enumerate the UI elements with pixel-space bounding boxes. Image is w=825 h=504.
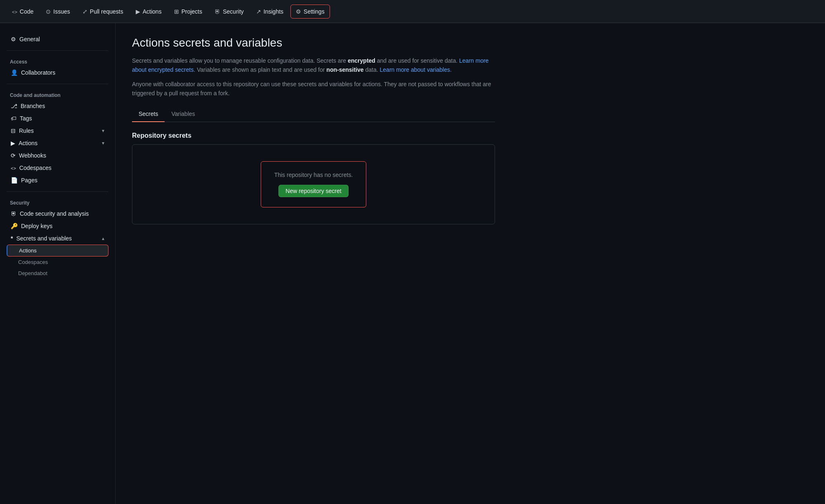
sidebar-general-label: General — [19, 36, 40, 42]
asterisk-icon — [11, 235, 13, 242]
sidebar-access-section: Access — [7, 56, 108, 66]
insights-icon — [256, 8, 261, 15]
main-content: Actions secrets and variables Secrets an… — [116, 23, 512, 504]
sidebar-item-webhooks[interactable]: Webhooks — [7, 149, 108, 162]
sidebar-item-tags[interactable]: Tags — [7, 112, 108, 125]
chevron-down-icon-2: ▾ — [102, 140, 104, 146]
nav-settings[interactable]: Settings — [290, 5, 330, 19]
actions-icon — [136, 8, 140, 15]
sidebar-code-security-label: Code security and analysis — [20, 210, 89, 217]
sidebar-secrets-variables-label: Secrets and variables — [16, 235, 72, 242]
sidebar-divider-3 — [7, 191, 108, 192]
sidebar-item-codespaces[interactable]: Codespaces — [7, 162, 108, 174]
description-paragraph-2: Anyone with collaborator access to this … — [132, 80, 495, 98]
sidebar-deploy-keys-label: Deploy keys — [21, 223, 52, 229]
sidebar-item-secrets-variables[interactable]: Secrets and variables ▴ — [7, 232, 108, 245]
desc1-part2: and are used for sensitive data. — [375, 57, 459, 64]
desc1-part4: data. — [364, 66, 380, 73]
nav-insights-label: Insights — [264, 8, 283, 15]
tab-variables-label: Variables — [171, 111, 195, 117]
tab-secrets[interactable]: Secrets — [132, 106, 165, 122]
nav-pull-requests[interactable]: Pull requests — [77, 5, 129, 19]
top-navigation: Code Issues Pull requests Actions Projec… — [0, 0, 825, 23]
desc1-part3: . Variables are shown as plain text and … — [193, 66, 326, 73]
sidebar-webhooks-label: Webhooks — [19, 152, 46, 159]
code-icon — [12, 8, 17, 15]
nav-insights[interactable]: Insights — [251, 5, 289, 19]
desc1-bold1: encrypted — [348, 57, 375, 64]
desc1-bold2: non-sensitive — [326, 66, 363, 73]
sidebar: General Access Collaborators Code and au… — [0, 23, 116, 504]
security-icon — [214, 8, 220, 15]
nav-pull-requests-label: Pull requests — [90, 8, 123, 15]
desc1-part5: . — [450, 66, 452, 73]
key-icon — [11, 223, 18, 229]
sidebar-security-section: Security — [7, 197, 108, 207]
sidebar-item-general[interactable]: General — [7, 33, 108, 45]
person-icon — [11, 69, 18, 76]
sidebar-item-branches[interactable]: Branches — [7, 100, 108, 112]
sidebar-sub-item-codespaces[interactable]: Codespaces — [7, 257, 108, 268]
nav-actions[interactable]: Actions — [130, 5, 167, 19]
sidebar-divider-2 — [7, 84, 108, 84]
sidebar-tags-label: Tags — [20, 115, 32, 122]
nav-actions-label: Actions — [143, 8, 162, 15]
sidebar-divider-1 — [7, 50, 108, 51]
sidebar-collaborators-label: Collaborators — [21, 69, 55, 76]
shield-icon-2 — [11, 210, 16, 217]
webhook-icon — [11, 152, 16, 159]
sidebar-item-rules[interactable]: Rules ▾ — [7, 125, 108, 137]
sidebar-item-pages[interactable]: Pages — [7, 174, 108, 186]
chevron-up-icon: ▴ — [102, 236, 104, 241]
gear-icon — [11, 36, 16, 42]
nav-settings-label: Settings — [304, 8, 325, 15]
projects-icon — [174, 8, 179, 15]
sidebar-branches-label: Branches — [21, 103, 45, 109]
issues-icon — [46, 8, 51, 15]
nav-security-label: Security — [223, 8, 244, 15]
tab-secrets-label: Secrets — [139, 111, 158, 117]
description-paragraph-1: Secrets and variables allow you to manag… — [132, 56, 495, 75]
secrets-box: This repository has no secrets. New repo… — [132, 144, 495, 224]
nav-security[interactable]: Security — [209, 5, 249, 19]
sidebar-item-code-security[interactable]: Code security and analysis — [7, 207, 108, 220]
pages-icon — [11, 177, 18, 184]
page-layout: General Access Collaborators Code and au… — [0, 23, 825, 504]
tag-icon — [11, 115, 16, 122]
repository-secrets-title: Repository secrets — [132, 132, 495, 139]
settings-icon — [296, 8, 301, 15]
sidebar-sub-dependabot-label: Dependabot — [18, 270, 47, 276]
sidebar-sub-actions-label: Actions — [19, 247, 37, 254]
tab-variables[interactable]: Variables — [165, 106, 201, 122]
sidebar-pages-label: Pages — [21, 177, 38, 184]
nav-issues-label: Issues — [53, 8, 70, 15]
no-secrets-inner: This repository has no secrets. New repo… — [261, 161, 367, 207]
rule-icon — [11, 127, 16, 134]
sidebar-actions-label: Actions — [19, 140, 38, 146]
nav-code[interactable]: Code — [7, 5, 39, 19]
nav-code-label: Code — [20, 8, 33, 15]
codespaces-icon — [11, 165, 16, 171]
no-secrets-message: This repository has no secrets. — [274, 172, 353, 178]
nav-projects-label: Projects — [182, 8, 203, 15]
sidebar-codespaces-label: Codespaces — [19, 165, 52, 171]
sidebar-item-actions[interactable]: Actions ▾ — [7, 137, 108, 149]
tabs-container: Secrets Variables — [132, 106, 495, 122]
sidebar-item-collaborators[interactable]: Collaborators — [7, 66, 108, 79]
new-repository-secret-button[interactable]: New repository secret — [278, 185, 348, 197]
chevron-down-icon: ▾ — [102, 128, 104, 134]
learn-more-variables-link[interactable]: Learn more about variables — [380, 66, 450, 73]
pull-requests-icon — [82, 8, 87, 15]
sidebar-rules-label: Rules — [19, 127, 34, 134]
sidebar-sub-codespaces-label: Codespaces — [18, 259, 48, 265]
page-title: Actions secrets and variables — [132, 36, 495, 49]
sidebar-sub-item-dependabot[interactable]: Dependabot — [7, 268, 108, 279]
sidebar-sub-item-actions[interactable]: Actions — [7, 245, 108, 257]
nav-projects[interactable]: Projects — [169, 5, 208, 19]
sidebar-item-deploy-keys[interactable]: Deploy keys — [7, 220, 108, 232]
sidebar-code-automation-section: Code and automation — [7, 89, 108, 100]
desc1-part1: Secrets and variables allow you to manag… — [132, 57, 348, 64]
play-icon — [11, 140, 15, 146]
nav-issues[interactable]: Issues — [40, 5, 75, 19]
branch-icon — [11, 103, 17, 109]
